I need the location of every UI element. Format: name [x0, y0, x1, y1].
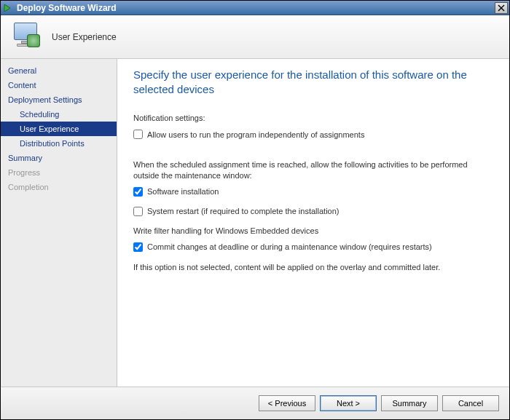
wizard-icon	[9, 20, 44, 55]
previous-button[interactable]: < Previous	[259, 395, 315, 411]
allow-independent-label: Allow users to run the program independe…	[147, 130, 364, 139]
commit-changes-row: Commit changes at deadline or during a m…	[133, 242, 493, 252]
nav-distribution-points[interactable]: Distribution Points	[1, 136, 117, 151]
wizard-body: General Content Deployment Settings Sche…	[1, 59, 509, 387]
software-install-row: Software installation	[133, 187, 493, 197]
page-heading: Specify the user experience for the inst…	[133, 68, 493, 96]
wizard-footer: < Previous Next > Summary Cancel	[1, 387, 509, 419]
nav-completion: Completion	[1, 180, 117, 194]
commit-changes-checkbox[interactable]	[133, 242, 143, 252]
nav-sidebar: General Content Deployment Settings Sche…	[1, 59, 117, 387]
allow-independent-checkbox[interactable]	[133, 130, 143, 139]
nav-deployment-settings[interactable]: Deployment Settings	[1, 92, 117, 107]
system-restart-row: System restart (if required to complete …	[133, 207, 493, 216]
content-pane: Specify the user experience for the inst…	[117, 59, 509, 387]
commit-note: If this option is not selected, content …	[133, 262, 493, 273]
app-icon	[2, 2, 14, 14]
close-button[interactable]	[495, 2, 508, 14]
titlebar: Deploy Software Wizard	[1, 1, 509, 15]
nav-user-experience[interactable]: User Experience	[1, 122, 117, 136]
svg-marker-0	[4, 4, 10, 12]
nav-general[interactable]: General	[1, 63, 117, 78]
summary-button[interactable]: Summary	[381, 395, 438, 411]
nav-progress: Progress	[1, 165, 117, 180]
software-install-label: Software installation	[147, 187, 219, 196]
notification-settings-label: Notification settings:	[133, 114, 493, 122]
allow-independent-row: Allow users to run the program independe…	[133, 130, 493, 139]
commit-changes-label: Commit changes at deadline or during a m…	[147, 242, 432, 251]
wizard-header: User Experience	[1, 15, 509, 59]
page-subtitle: User Experience	[52, 32, 117, 42]
cancel-button[interactable]: Cancel	[442, 395, 499, 411]
system-restart-label: System restart (if required to complete …	[147, 207, 340, 215]
window-title: Deploy Software Wizard	[17, 3, 495, 13]
nav-content[interactable]: Content	[1, 78, 117, 92]
write-filter-label: Write filter handling for Windows Embedd…	[133, 226, 493, 235]
maintenance-intro: When the scheduled assignment time is re…	[133, 159, 493, 181]
software-install-checkbox[interactable]	[133, 187, 143, 197]
next-button[interactable]: Next >	[320, 395, 377, 411]
system-restart-checkbox[interactable]	[133, 207, 143, 216]
nav-summary[interactable]: Summary	[1, 151, 117, 165]
wizard-window: Deploy Software Wizard User Experience G…	[0, 0, 510, 420]
nav-scheduling[interactable]: Scheduling	[1, 107, 117, 122]
